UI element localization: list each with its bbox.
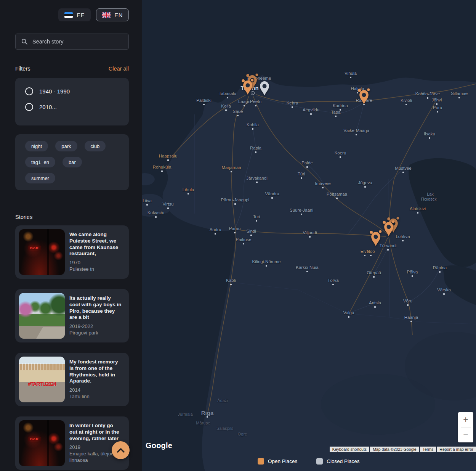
tag-chip-tag1_en[interactable]: tag1_en bbox=[25, 157, 55, 167]
search-input-wrapper bbox=[15, 34, 129, 50]
story-location: Pirogovi park bbox=[69, 330, 122, 336]
search-icon bbox=[21, 38, 28, 45]
map-legend: Open Places Closed Places bbox=[258, 458, 360, 465]
period-filter-panel: 1940 · 1990 2010... bbox=[15, 78, 129, 125]
zoom-in-button[interactable]: + bbox=[458, 412, 473, 427]
period-option-2010[interactable]: 2010... bbox=[25, 103, 119, 111]
tag-chip-night[interactable]: night bbox=[25, 141, 48, 151]
language-label-ee: EE bbox=[77, 12, 85, 18]
story-text: Its actually really cool with gay boys i… bbox=[69, 293, 125, 339]
story-image: #TARTU2024 bbox=[19, 357, 65, 402]
language-switcher: EE EN bbox=[15, 8, 129, 21]
story-year: 1970 bbox=[69, 260, 122, 266]
closed-places-swatch bbox=[316, 458, 323, 465]
estonia-flag-icon bbox=[64, 12, 73, 18]
tags-filter-panel: nightparkclubtag1_enbarsummer bbox=[15, 134, 129, 190]
story-location: Puiestee tn bbox=[69, 266, 122, 273]
filters-title: Filters bbox=[15, 66, 30, 72]
map-attribution: Keyboard shortcutsMap data ©2023 GoogleT… bbox=[329, 447, 476, 452]
story-title: Its actually really cool with gay boys i… bbox=[69, 295, 122, 321]
location-crosshair-icon bbox=[251, 91, 255, 95]
sidebar: EE EN Filters Clear all bbox=[0, 0, 142, 471]
attribution-report-a-map-error[interactable]: Report a map error bbox=[437, 447, 476, 452]
zoom-out-button[interactable]: − bbox=[458, 428, 473, 442]
story-card[interactable]: BAR In winter I only go out at night or … bbox=[15, 416, 129, 470]
attribution-keyboard-shortcuts[interactable]: Keyboard shortcuts bbox=[330, 447, 369, 452]
language-button-en[interactable]: EN bbox=[96, 8, 129, 21]
scroll-to-top-button[interactable] bbox=[112, 441, 130, 459]
zoom-controls: + − bbox=[458, 412, 473, 442]
story-title: We came along Puiestee Street, we came f… bbox=[69, 231, 122, 257]
story-title: In winter I only go out at night or in t… bbox=[69, 423, 122, 442]
stories-title: Stories bbox=[15, 214, 129, 220]
story-year: 2019-2022 bbox=[69, 323, 122, 330]
search-input[interactable] bbox=[32, 38, 123, 45]
uk-flag-icon bbox=[102, 12, 111, 18]
map-container[interactable]: TallinnHaabneemeTabasaluPaldiskiKeilaSau… bbox=[142, 0, 476, 471]
tartu2024-sign: #TARTU2024 bbox=[19, 381, 65, 387]
period-label: 2010... bbox=[39, 104, 57, 110]
google-logo[interactable]: Google bbox=[146, 441, 172, 450]
radio-circle-icon bbox=[25, 103, 33, 111]
bar-neon-sign: BAR bbox=[28, 246, 41, 250]
clear-all-button[interactable]: Clear all bbox=[109, 66, 129, 72]
language-label-en: EN bbox=[114, 12, 123, 18]
story-card[interactable]: #TARTU2024 My fondest memory is from one… bbox=[15, 353, 129, 406]
story-text: My fondest memory is from one of the Rhy… bbox=[69, 357, 125, 402]
bar-neon-sign: BAR bbox=[28, 437, 41, 441]
language-button-ee[interactable]: EE bbox=[58, 8, 91, 21]
period-option-1940-1990[interactable]: 1940 · 1990 bbox=[25, 87, 119, 95]
open-places-swatch bbox=[258, 458, 264, 465]
attribution-terms[interactable]: Terms bbox=[420, 447, 436, 452]
filters-header: Filters Clear all bbox=[15, 66, 129, 72]
chevron-up-icon bbox=[117, 448, 125, 453]
map-terrain bbox=[142, 0, 476, 471]
period-label: 1940 · 1990 bbox=[39, 88, 70, 95]
story-title: My fondest memory is from one of the Rhy… bbox=[69, 359, 122, 384]
tag-chip-summer[interactable]: summer bbox=[25, 173, 55, 183]
open-places-label: Open Places bbox=[268, 458, 297, 464]
story-card[interactable]: Its actually really cool with gay boys i… bbox=[15, 289, 129, 342]
story-text: We came along Puiestee Street, we came f… bbox=[69, 229, 125, 275]
stories-list: BAR We came along Puiestee Street, we ca… bbox=[15, 225, 129, 471]
tag-chip-club[interactable]: club bbox=[85, 141, 106, 151]
radio-circle-icon bbox=[25, 87, 33, 95]
story-year: 2014 bbox=[69, 387, 122, 394]
story-image bbox=[19, 293, 65, 339]
app-root: EE EN Filters Clear all bbox=[0, 0, 476, 471]
story-image: BAR bbox=[19, 229, 65, 275]
tag-chip-park[interactable]: park bbox=[55, 141, 77, 151]
attribution-map-data-2023-google: Map data ©2023 Google bbox=[370, 447, 419, 452]
closed-places-label: Closed Places bbox=[327, 458, 359, 464]
tag-chip-bar[interactable]: bar bbox=[63, 157, 82, 167]
story-location: Tartu linn bbox=[69, 394, 122, 400]
story-image: BAR bbox=[19, 420, 65, 466]
story-card[interactable]: BAR We came along Puiestee Street, we ca… bbox=[15, 225, 129, 279]
